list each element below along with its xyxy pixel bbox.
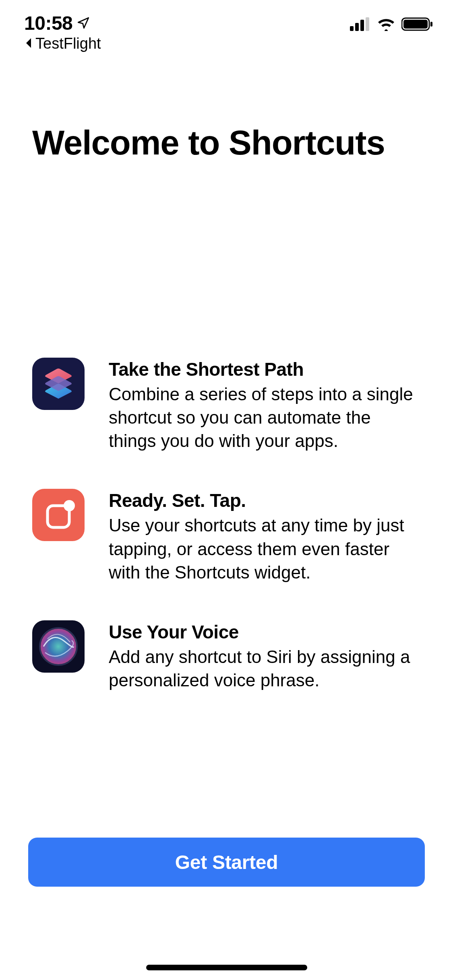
svg-rect-2: [360, 20, 364, 31]
feature-text: Take the Shortest Path Combine a series …: [109, 358, 421, 453]
svg-rect-6: [430, 22, 432, 27]
feature-text: Use Your Voice Add any shortcut to Siri …: [109, 620, 421, 692]
feature-description: Combine a series of steps into a single …: [109, 383, 421, 453]
svg-rect-0: [350, 26, 354, 31]
svg-point-8: [64, 500, 75, 511]
get-started-button[interactable]: Get Started: [28, 838, 425, 887]
feature-list: Take the Shortest Path Combine a series …: [32, 358, 421, 692]
feature-text: Ready. Set. Tap. Use your shortcuts at a…: [109, 489, 421, 584]
status-right: [350, 12, 433, 33]
widget-icon: [32, 489, 85, 541]
battery-icon: [401, 17, 433, 33]
feature-item: Ready. Set. Tap. Use your shortcuts at a…: [32, 489, 421, 584]
back-chevron-icon: [24, 35, 33, 52]
wifi-icon: [376, 17, 396, 33]
siri-icon: [32, 620, 85, 673]
status-time: 10:58: [24, 12, 90, 34]
svg-rect-1: [355, 23, 359, 31]
feature-item: Use Your Voice Add any shortcut to Siri …: [32, 620, 421, 692]
status-bar: 10:58 TestFlight: [0, 0, 453, 53]
home-indicator[interactable]: [146, 965, 307, 970]
feature-item: Take the Shortest Path Combine a series …: [32, 358, 421, 453]
feature-description: Add any shortcut to Siri by assigning a …: [109, 645, 421, 692]
shortcuts-app-icon: [32, 358, 85, 410]
feature-title: Ready. Set. Tap.: [109, 490, 421, 511]
status-left: 10:58 TestFlight: [24, 12, 101, 52]
location-icon: [77, 12, 90, 34]
time-text: 10:58: [24, 12, 72, 34]
feature-title: Use Your Voice: [109, 621, 421, 643]
onboarding-content: Welcome to Shortcuts: [32, 125, 421, 692]
page-title: Welcome to Shortcuts: [32, 125, 421, 161]
feature-description: Use your shortcuts at any time by just t…: [109, 514, 421, 584]
svg-rect-3: [366, 17, 369, 31]
cta-label: Get Started: [175, 851, 278, 873]
feature-title: Take the Shortest Path: [109, 358, 421, 380]
back-to-app[interactable]: TestFlight: [24, 35, 101, 52]
back-app-label: TestFlight: [35, 35, 101, 52]
cellular-icon: [350, 17, 371, 33]
svg-rect-5: [403, 20, 428, 29]
